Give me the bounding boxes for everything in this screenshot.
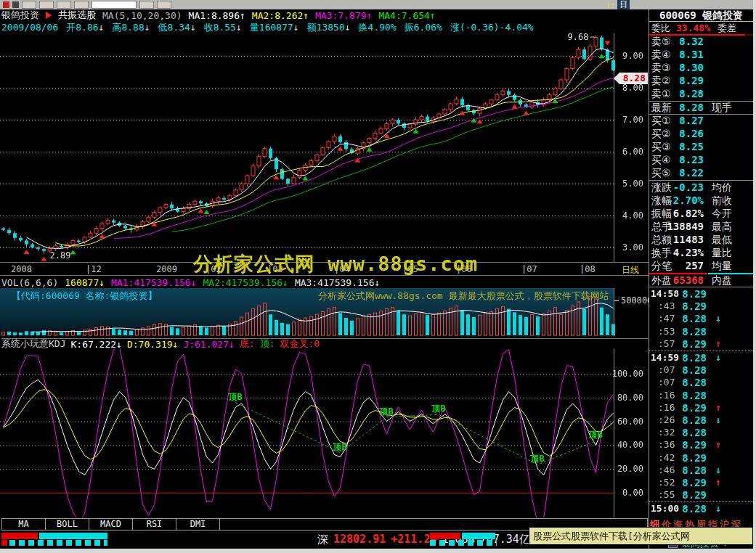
tick-row: :078.28 xyxy=(649,377,753,389)
ohlc-item-arrow: ↓ xyxy=(145,22,150,33)
ad-banner-site: 分析家公式网www.88gs.com 最新最大股票公式，股票软件下载网站 xyxy=(318,290,609,303)
quote-row-value: 8.32 xyxy=(679,36,704,47)
quote-row-label: 总额 xyxy=(651,234,672,247)
quote-row-label: 卖① xyxy=(651,88,671,101)
trade-date: 2009/08/06 xyxy=(1,22,58,33)
weicha-label: 委差 xyxy=(718,22,736,35)
ohlc-item-5: 额13850↓ xyxy=(307,21,351,34)
quote-row-value: -2.70% xyxy=(667,194,704,206)
quote-row-right-label: 前收 xyxy=(712,194,732,208)
kdj-chart-canvas[interactable] xyxy=(0,349,649,517)
tab-macd[interactable]: MACD xyxy=(89,518,133,531)
ohlc-item-label: 振6.06% xyxy=(405,22,442,33)
toolbar-button-2[interactable] xyxy=(39,1,54,9)
quote-row-value: -0.23 xyxy=(673,181,704,193)
quote-row-right-label: 今开 xyxy=(712,208,732,221)
quote-row-right-label: 量比 xyxy=(712,247,732,260)
quote-row-value: 8.31 xyxy=(679,49,704,60)
quote-row-value: 65368 xyxy=(673,274,704,286)
quote-row-value: 8.26 xyxy=(679,128,704,139)
quote-row-label: 卖③ xyxy=(651,62,671,75)
ohlc-item-label: 额13850 xyxy=(307,22,345,33)
ohlc-item-label: 量160877 xyxy=(250,22,293,33)
ohlc-info-line: 2009/08/06开8.86↓高8.88↓低8.34↓收8.55↓量16087… xyxy=(1,21,648,33)
x-axis-label-08: |08 xyxy=(580,264,596,274)
panel-divider xyxy=(649,9,649,549)
toolbar-button-6[interactable] xyxy=(157,1,171,9)
ohlc-item-label: 高8.88 xyxy=(112,22,144,33)
status-red-block-left xyxy=(1,533,38,539)
status-teeth-left xyxy=(9,540,107,546)
tick-row: :558.29 xyxy=(649,489,753,501)
tick-price: 8.29 xyxy=(682,338,707,350)
quote-row: 振幅6.82%今开 xyxy=(649,208,753,221)
tick-time: :55 xyxy=(658,489,675,500)
ohlc-item-arrow: ↓ xyxy=(190,22,196,33)
quote-row-value: 8.28 xyxy=(679,102,704,113)
toolbar-input[interactable] xyxy=(92,1,137,9)
tick-row: :168.28 xyxy=(649,390,753,402)
quote-row-right-label: 最低 xyxy=(712,234,732,247)
ohlc-item-6: 换4.90% xyxy=(359,21,397,34)
quote-row: 卖①8.28 xyxy=(649,88,753,101)
tick-time: :53 xyxy=(658,326,675,337)
ohlc-item-label: 涨(-0.36)-4.04% xyxy=(450,22,534,33)
ad-banner-code: 【代码:600069 名称:银鸽投资】 xyxy=(12,290,157,303)
tick-time: :47 xyxy=(658,313,675,324)
tick-row: :268.28↓ xyxy=(649,414,753,427)
scale-up-down-icon[interactable]: ↓↑ xyxy=(606,0,614,9)
tick-price: 8.29 xyxy=(682,452,707,464)
tick-up-arrow-icon: ↑ xyxy=(715,402,721,413)
quote-row-label: 买② xyxy=(651,128,671,141)
vol-ma-3: MA3:417539.156↓ xyxy=(295,277,380,288)
toolbar-button-3[interactable] xyxy=(57,1,71,9)
toolbar-red-icon[interactable] xyxy=(3,1,9,8)
ohlc-item-arrow: ↓ xyxy=(236,22,242,33)
period-label[interactable]: 日线 xyxy=(622,264,639,276)
tick-row: :578.29↑ xyxy=(649,338,753,351)
quote-row-label: 分笔 xyxy=(651,260,672,273)
tab-ma[interactable]: MA xyxy=(1,518,46,531)
tick-price: 8.28 xyxy=(682,364,707,376)
tick-price: 8.28 xyxy=(682,464,707,476)
tick-row: :468.28↓ xyxy=(649,464,753,477)
ohlc-item-4: 量160877↓ xyxy=(250,21,299,34)
quote-row-label: 涨跌 xyxy=(651,181,672,194)
quote-row-value: 8.27 xyxy=(679,115,704,126)
quote-row-label: 振幅 xyxy=(651,208,672,221)
x-axis-label-07: |07 xyxy=(521,264,537,274)
x-axis-label-2008: 2008 xyxy=(11,264,32,274)
quote-row: 卖③8.30 xyxy=(649,62,753,75)
quote-row: 买①8.27 xyxy=(649,115,753,128)
tab-rsi[interactable]: RSI xyxy=(132,518,176,531)
toolbar-dark-icon[interactable] xyxy=(12,1,19,8)
ohlc-item-arrow: ↓ xyxy=(345,22,351,33)
download-tooltip: 股票公式股票软件下载[分析家公式网www.88gs.com] xyxy=(529,527,753,545)
toolbar-button-5[interactable] xyxy=(139,1,154,9)
tab-dmi[interactable]: DMI xyxy=(176,518,220,531)
main-chart-canvas[interactable] xyxy=(0,33,649,262)
tick-up-arrow-icon: ↑ xyxy=(715,439,721,450)
tick-time: :42 xyxy=(658,452,675,463)
index-value: 12802.91 xyxy=(333,533,386,546)
ohlc-item-1: 高8.88↓ xyxy=(112,21,150,34)
weibi-row: 委比 33.48% 委差 xyxy=(649,22,753,33)
status-teeth-right xyxy=(430,540,497,546)
quote-row-value: 8.25 xyxy=(679,141,704,152)
period-day-button[interactable]: 日 xyxy=(617,0,630,9)
tick-row: :438.29 xyxy=(649,300,753,313)
toolbar-button-1[interactable] xyxy=(22,1,36,9)
ohlc-item-7: 振6.06% xyxy=(405,21,442,34)
quote-row: 买④8.23 xyxy=(649,154,753,167)
tab-boll[interactable]: BOLL xyxy=(45,518,89,531)
stock-app-window: { "toolbar": {"period_label": "日"}, "hea… xyxy=(0,0,756,553)
weibi-label: 委比 xyxy=(651,22,670,35)
toolbar-button-4[interactable] xyxy=(74,1,89,9)
tick-time: :36 xyxy=(658,439,675,450)
ma-value-1: MA1:8.896↑ xyxy=(189,10,245,21)
quote-row-label: 买③ xyxy=(651,141,671,154)
tick-down-arrow-icon: ↓ xyxy=(715,414,721,425)
tick-price: 8.29 xyxy=(682,402,707,414)
quote-row-right-label: 均价 xyxy=(712,181,732,194)
tick-time: :46 xyxy=(658,464,675,475)
